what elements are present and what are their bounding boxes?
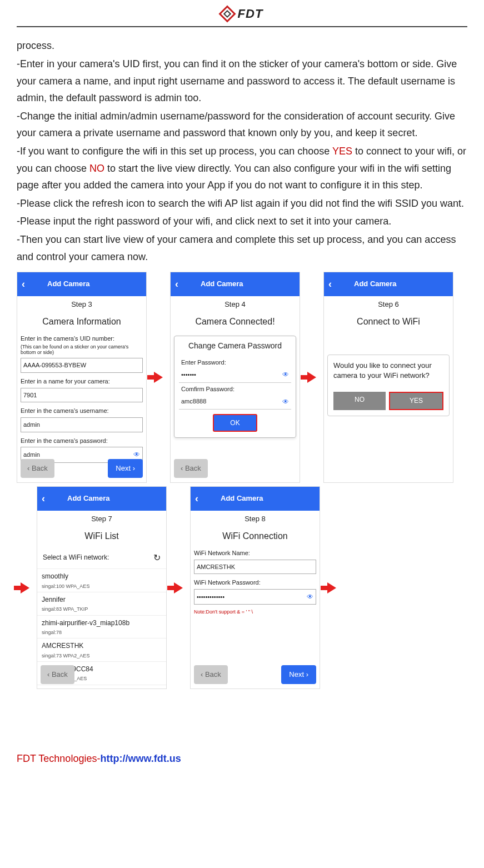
wifi-pass-input[interactable]: •••••••••••••👁 <box>194 589 316 605</box>
screen-step3: ‹ Add Camera Step 3 Camera Information E… <box>17 272 147 483</box>
header-title: Add Camera <box>201 278 243 290</box>
wifi-ssid: smoothly <box>42 571 162 582</box>
uid-hint: (This can be found on a sticker on your … <box>17 344 146 356</box>
next-button[interactable]: Next › <box>281 665 316 684</box>
header-title: Add Camera <box>354 278 397 290</box>
uid-input[interactable]: AAAA-099553-BYBEW <box>21 358 143 373</box>
wifi-pass-label: WiFi Network Password: <box>191 576 320 588</box>
user-input[interactable]: admin <box>21 417 143 432</box>
step-label: Step 6 <box>324 296 453 313</box>
user-label: Enter in the camera's username: <box>17 405 146 416</box>
enter-pass-label: Enter Password: <box>178 356 292 368</box>
change-password-dialog: Change Camera Password Enter Password: •… <box>174 336 296 438</box>
screen-title: Camera Information <box>17 313 146 332</box>
confirm-pass-label: Comfirm Password: <box>178 383 292 395</box>
wifi-meta: singal:73 WPA2_AES <box>42 652 162 660</box>
wifi-list-item[interactable]: AMCRESTHKsingal:73 WPA2_AES <box>37 638 166 661</box>
eye-icon[interactable]: 👁 <box>282 396 289 407</box>
instr-refresh: -Please click the refresh icon to search… <box>17 195 467 212</box>
next-button[interactable]: Next › <box>108 459 143 478</box>
wifi-ssid: AMCRESTHK <box>42 640 162 651</box>
pass-label: Enter in the camera's password: <box>17 435 146 446</box>
back-chevron-icon[interactable]: ‹ <box>195 490 198 507</box>
no-keyword: NO <box>89 163 104 174</box>
footer-url[interactable]: http://www.fdt.us <box>100 753 181 764</box>
wifi-list-item[interactable]: ChinaNet-tddbsingal:57 WPA_TKIP <box>37 685 166 690</box>
arrow-icon <box>170 486 187 689</box>
dialog-title: Change Camera Password <box>178 340 292 353</box>
screen-title: Camera Connected! <box>171 313 300 332</box>
back-button[interactable]: ‹ Back <box>41 665 74 684</box>
name-label: Enter in a name for your camera: <box>17 375 146 387</box>
screen-title: Connect to WiFi <box>324 313 453 332</box>
header-title: Add Camera <box>67 492 110 505</box>
confirm-pass-input[interactable]: amc8888👁 <box>179 395 291 410</box>
app-header: ‹ Add Camera <box>171 272 300 296</box>
instr-live-view: -Then you can start live view of your ca… <box>17 231 467 265</box>
arrow-icon <box>17 486 33 689</box>
back-chevron-icon[interactable]: ‹ <box>175 276 178 293</box>
yes-button[interactable]: YES <box>389 392 443 410</box>
wifi-list-item[interactable]: smoothlysingal:100 WPA_AES <box>37 568 166 592</box>
instr-change-pass: -Change the initial admin/admin username… <box>17 108 467 142</box>
instruction-block: process. -Enter in your camera's UID fir… <box>17 37 467 265</box>
yes-keyword: YES <box>332 146 352 157</box>
page-header: FDT <box>17 0 467 27</box>
step-label: Step 3 <box>17 296 146 313</box>
brand-logo: FDT <box>221 3 263 24</box>
back-chevron-icon[interactable]: ‹ <box>328 276 332 293</box>
wifi-ssid: zhimi-airpurifier-v3_miap108b <box>42 617 162 628</box>
arrow-icon <box>150 272 167 483</box>
eye-icon[interactable]: 👁 <box>282 369 289 380</box>
header-title: Add Camera <box>221 492 263 505</box>
instr-uid: -Enter in your camera's UID first, you c… <box>17 56 467 107</box>
screen-step7: ‹ Add Camera Step 7 WiFi List Select a W… <box>37 486 167 689</box>
page-footer: FDT Technologies-http://www.fdt.us <box>17 750 467 779</box>
step-label: Step 7 <box>37 511 166 527</box>
wifi-prompt-dialog: Would you like to connect your camera to… <box>327 355 450 416</box>
wifi-meta: singal:78 <box>42 628 162 637</box>
screen-title: WiFi Connection <box>191 527 320 547</box>
arrow-icon <box>303 272 320 483</box>
screen-step6: ‹ Add Camera Step 6 Connect to WiFi Woul… <box>323 272 453 483</box>
footer-company: FDT Technologies- <box>17 753 100 764</box>
back-button[interactable]: ‹ Back <box>21 459 54 478</box>
refresh-icon[interactable]: ↻ <box>153 550 161 565</box>
step-label: Step 4 <box>171 296 300 313</box>
wifi-ssid: Jennifer <box>42 594 162 605</box>
logo-icon <box>218 5 236 22</box>
back-button[interactable]: ‹ Back <box>194 665 228 684</box>
wifi-name-input[interactable]: AMCRESTHK <box>194 560 316 575</box>
app-header: ‹ Add Camera <box>191 487 320 511</box>
uid-label: Enter in the camera's UID number: <box>17 332 146 344</box>
wifi-meta: singal:83 WPA_TKIP <box>42 605 162 613</box>
app-header: ‹ Add Camera <box>37 487 166 511</box>
enter-pass-input[interactable]: •••••••👁 <box>179 367 291 382</box>
select-wifi-label: Select a WiFi network: <box>43 552 109 563</box>
password-note: Note:Don't support & = ' " \ <box>191 607 320 617</box>
name-input[interactable]: 7901 <box>21 388 143 403</box>
app-header: ‹ Add Camera <box>17 272 146 296</box>
step-label: Step 8 <box>191 511 320 527</box>
app-header: ‹ Add Camera <box>324 272 453 296</box>
instr-wifi-choice: -If you want to configure the wifi in th… <box>17 143 467 194</box>
instr-wifi-pass: -Please input the right password of your… <box>17 213 467 230</box>
back-chevron-icon[interactable]: ‹ <box>42 490 45 507</box>
back-button[interactable]: ‹ Back <box>174 459 208 478</box>
brand-text: FDT <box>238 3 263 24</box>
wifi-select-row: Select a WiFi network: ↻ <box>37 547 166 568</box>
arrow-icon <box>323 486 340 689</box>
wifi-name-label: WiFi Network Name: <box>191 547 320 558</box>
wifi-list-item[interactable]: zhimi-airpurifier-v3_miap108bsingal:78 <box>37 615 166 638</box>
lead-text: process. <box>17 37 467 54</box>
wifi-list-item[interactable]: Jennifersingal:83 WPA_TKIP <box>37 592 166 615</box>
wifi-ssid: ChinaNet-tddb <box>42 687 162 690</box>
no-button[interactable]: NO <box>333 392 386 410</box>
back-chevron-icon[interactable]: ‹ <box>22 276 25 293</box>
screenshot-gallery: ‹ Add Camera Step 3 Camera Information E… <box>17 272 467 689</box>
wifi-prompt-text: Would you like to connect your camera to… <box>333 361 443 381</box>
screen-title: WiFi List <box>37 527 166 547</box>
eye-icon[interactable]: 👁 <box>307 591 313 602</box>
header-title: Add Camera <box>47 278 90 290</box>
ok-button[interactable]: OK <box>213 414 257 432</box>
